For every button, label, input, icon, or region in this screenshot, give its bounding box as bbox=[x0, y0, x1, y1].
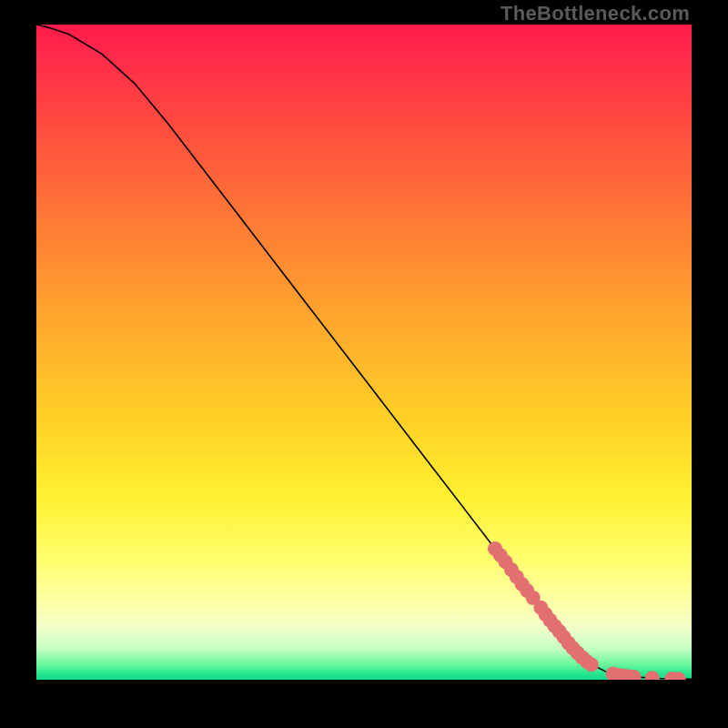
chart-frame: TheBottleneck.com bbox=[0, 0, 728, 728]
watermark-text: TheBottleneck.com bbox=[500, 2, 690, 25]
highlight-point bbox=[584, 657, 599, 672]
gradient-background bbox=[36, 25, 692, 680]
plot-area bbox=[36, 25, 692, 680]
chart-svg bbox=[36, 25, 692, 680]
